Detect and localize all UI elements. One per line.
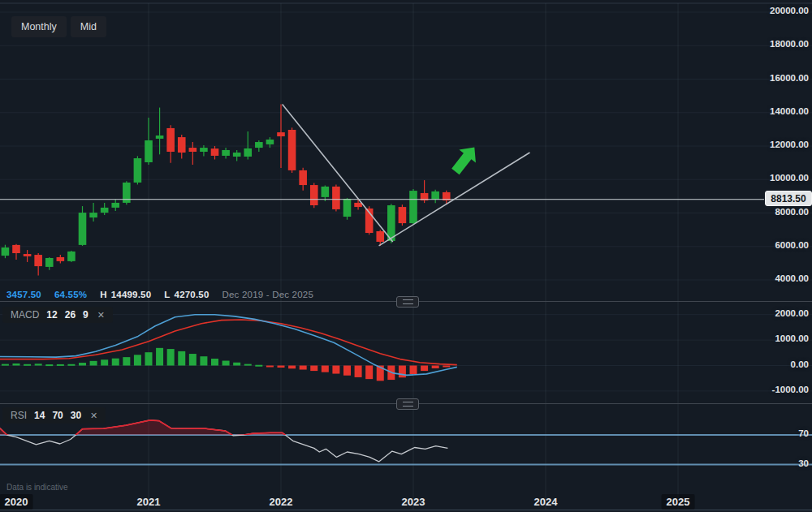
- macd-histogram-bar: [156, 348, 163, 366]
- candle-body: [67, 252, 76, 261]
- macd-indicator-label: MACD 12 26 9 ✕: [2, 307, 113, 323]
- macd-histogram-bar: [288, 366, 296, 369]
- candle-body: [431, 191, 439, 200]
- macd-histogram-bar: [145, 352, 153, 365]
- candle-body: [322, 187, 330, 197]
- macd-histogram-bar: [101, 359, 108, 365]
- candle-body: [409, 191, 417, 223]
- candle-body: [277, 132, 285, 136]
- rsi-name: RSI: [11, 410, 27, 421]
- panel-resize-handle[interactable]: [396, 398, 419, 410]
- macd-histogram-bar: [399, 366, 406, 378]
- low-value: 4270.50: [175, 290, 209, 299]
- candle-body: [332, 187, 340, 209]
- candle-body: [288, 130, 296, 170]
- macd-histogram-bar: [410, 366, 417, 375]
- macd-histogram-bar: [57, 364, 64, 366]
- price-type-button[interactable]: Mid: [71, 16, 106, 37]
- macd-histogram-bar: [421, 366, 428, 372]
- macd-histogram-bar: [35, 364, 42, 365]
- candle-body: [166, 128, 175, 152]
- candlestick-series: [2, 104, 451, 275]
- macd-histogram-bar: [112, 359, 119, 366]
- candle-body: [244, 148, 252, 157]
- high-value: 14499.50: [111, 290, 152, 299]
- candle-body: [255, 142, 263, 148]
- candle-body: [200, 148, 208, 152]
- macd-histogram-bar: [332, 366, 339, 374]
- candle-body: [233, 153, 241, 157]
- candle-body: [79, 213, 87, 245]
- macd-histogram-bar: [266, 366, 274, 368]
- candle-body: [145, 140, 153, 162]
- macd-histogram-bar: [365, 366, 373, 380]
- rsi-param-upper: 70: [52, 410, 63, 421]
- macd-histogram-bar: [24, 364, 31, 366]
- candle-body: [211, 148, 219, 156]
- trading-chart-app: Monthly Mid 3457.50 64.55% H 14499.50 L …: [0, 0, 812, 512]
- instrument-info-bar: 3457.50 64.55% H 14499.50 L 4270.50 Dec …: [6, 290, 326, 299]
- high-label: H: [100, 290, 107, 299]
- macd-histogram-bar: [432, 366, 439, 368]
- candle-body: [12, 245, 20, 253]
- close-icon[interactable]: ✕: [90, 411, 97, 421]
- macd-histogram-bar: [189, 354, 197, 365]
- macd-histogram-bar: [244, 364, 252, 366]
- macd-histogram-bar: [90, 361, 97, 366]
- macd-param-fast: 12: [46, 309, 57, 321]
- trendline-down[interactable]: [283, 104, 393, 242]
- grip-icon: [403, 402, 413, 407]
- macd-histogram-bar: [255, 365, 262, 367]
- macd-histogram-bar: [67, 364, 75, 366]
- candle-body: [34, 255, 42, 266]
- macd-param-slow: 26: [65, 309, 76, 321]
- candle-body: [111, 203, 119, 208]
- timeframe-button[interactable]: Monthly: [11, 16, 67, 37]
- candle-body: [310, 185, 318, 205]
- rsi-panel: [0, 420, 447, 462]
- macd-histogram-bar: [178, 351, 185, 366]
- candle-body: [24, 254, 32, 256]
- macd-name: MACD: [11, 309, 39, 321]
- price-change-percent: 64.55%: [54, 290, 87, 299]
- candle-body: [222, 150, 230, 156]
- candle-body: [299, 170, 307, 185]
- close-icon[interactable]: ✕: [97, 310, 105, 321]
- chart-canvas[interactable]: [0, 0, 812, 512]
- macd-param-signal: 9: [83, 309, 89, 321]
- panel-resize-handle[interactable]: [396, 296, 419, 308]
- macd-histogram-bar: [45, 364, 53, 366]
- date-range-label: Dec 2019 - Dec 2025: [222, 290, 313, 299]
- candle-body: [2, 247, 10, 256]
- rsi-param-period: 14: [34, 410, 45, 421]
- macd-signal-line: [0, 320, 457, 365]
- macd-histogram-bar: [2, 364, 9, 366]
- macd-histogram-bar: [233, 363, 240, 366]
- candle-body: [266, 140, 274, 144]
- candle-body: [134, 158, 142, 183]
- grip-icon: [403, 299, 413, 304]
- drawing-annotations[interactable]: [283, 104, 530, 245]
- macd-histogram-bar: [343, 366, 351, 376]
- low-label: L: [164, 290, 170, 299]
- macd-histogram-bar: [13, 364, 20, 366]
- macd-histogram-bar: [443, 366, 450, 368]
- candle-body: [178, 137, 186, 153]
- macd-panel: [0, 315, 457, 381]
- macd-histogram-bar: [123, 357, 130, 365]
- candle-body: [189, 148, 197, 152]
- price-change-value: 3457.50: [6, 290, 41, 299]
- macd-histogram-bar: [322, 366, 329, 372]
- macd-histogram-bar: [200, 356, 207, 365]
- macd-histogram-bar: [310, 366, 317, 372]
- data-indicative-note: Data is indicative: [6, 483, 68, 492]
- rsi-param-lower: 30: [71, 410, 81, 421]
- macd-histogram-bar: [222, 361, 230, 366]
- macd-histogram-bar: [167, 349, 175, 365]
- macd-histogram-bar: [278, 366, 285, 368]
- macd-histogram-bar: [79, 363, 86, 365]
- rsi-line: [0, 420, 447, 462]
- rsi-indicator-label: RSI 14 70 30 ✕: [2, 407, 106, 424]
- current-price-label: 8813.50: [765, 191, 812, 206]
- candle-body: [89, 213, 97, 217]
